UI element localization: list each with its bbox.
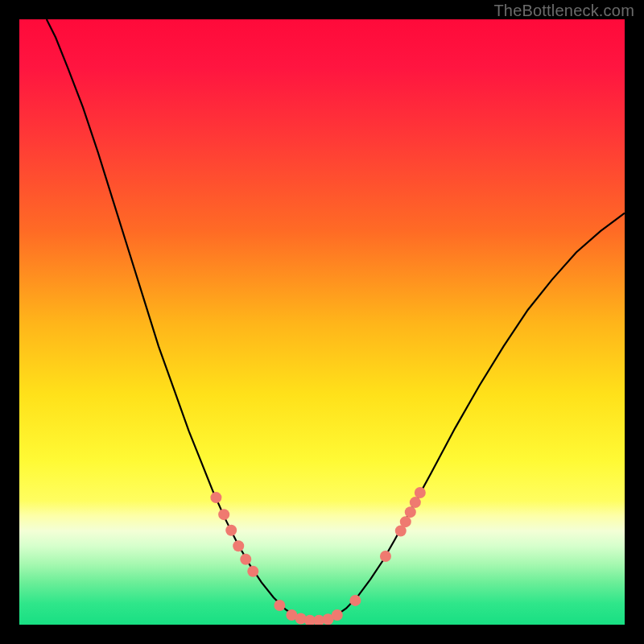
data-dot xyxy=(240,554,251,565)
watermark-text: TheBottleneck.com xyxy=(493,2,634,20)
data-dot xyxy=(274,600,285,611)
data-dots-group xyxy=(210,487,425,625)
data-dot xyxy=(380,551,391,562)
chart-frame xyxy=(19,19,625,625)
data-dot xyxy=(410,497,421,508)
data-dot xyxy=(233,540,244,551)
data-dot xyxy=(349,595,361,606)
chart-overlay xyxy=(19,19,625,625)
data-dot xyxy=(218,509,229,520)
data-dot xyxy=(332,609,343,621)
data-dot xyxy=(405,506,416,518)
data-dot xyxy=(225,525,237,536)
bottleneck-curve xyxy=(47,19,625,621)
data-dot xyxy=(415,487,426,498)
data-dot xyxy=(400,516,411,527)
data-dot xyxy=(210,492,221,503)
data-dot xyxy=(247,566,258,577)
